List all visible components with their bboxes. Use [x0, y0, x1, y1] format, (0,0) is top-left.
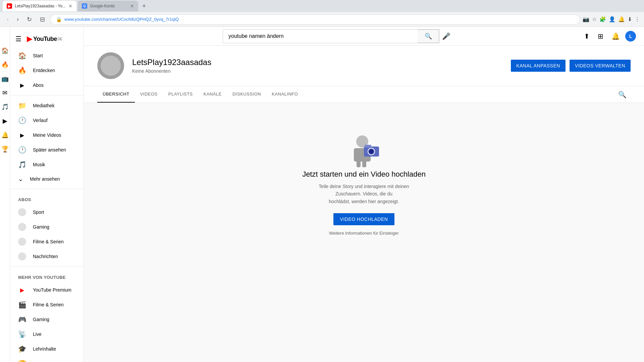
sidebar-item-start[interactable]: 🏠 Start — [10, 48, 84, 63]
chevron-down-icon: ⌄ — [18, 175, 23, 183]
tab-google-close[interactable]: ✕ — [130, 3, 134, 9]
sidebar-item-musik[interactable]: 🎵 Musik — [10, 157, 84, 172]
mini-music-icon[interactable]: 🎵 — [1, 103, 9, 111]
sidebar-item-mediathek[interactable]: 📁 Mediathek — [10, 98, 84, 113]
einsteiger-link[interactable]: Weitere Informationen für Einsteiger — [329, 231, 399, 236]
sidebar-item-entdecken[interactable]: 🔥 Entdecken — [10, 63, 84, 78]
header-right: ⬆ ⊞ 🔔 L — [581, 29, 636, 43]
tab-diskussion[interactable]: DISKUSSION — [227, 86, 266, 103]
sidebar: ☰ ▶ YouTube DE 🏠 Start 🔥 Entdecken ▶ Abo… — [10, 27, 84, 362]
download-icon[interactable]: ⬇ — [628, 16, 632, 22]
mini-message-icon[interactable]: ✉ — [2, 89, 7, 97]
cast-icon[interactable]: 📷 — [583, 16, 589, 22]
mini-subscriptions-icon[interactable]: 📺 — [1, 75, 9, 82]
tab-google-title: Google-Konto — [90, 4, 127, 8]
sidebar-item-filme-abo[interactable]: Filme & Serien — [10, 234, 84, 249]
tab-playlists[interactable]: PLAYLISTS — [163, 86, 198, 103]
sidebar-divider-2 — [10, 189, 84, 189]
channel-tabs: ÜBERSICHT VIDEOS PLAYLISTS KANÄLE DISKUS… — [84, 86, 644, 103]
video-hochladen-button[interactable]: VIDEO HOCHLADEN — [333, 213, 395, 225]
sidebar-item-nachrichten-abo[interactable]: Nachrichten — [10, 249, 84, 264]
watch-later-icon: 🕐 — [18, 146, 26, 154]
search-input[interactable] — [223, 29, 418, 43]
nav-icons: 📷 ☆ 🧩 👤 🔔 ⬇ ⋮ — [583, 16, 640, 22]
sidebar-item-filme-mehr[interactable]: 🎬 Filme & Serien — [10, 297, 84, 312]
videos-verwalten-button[interactable]: VIDEOS VERWALTEN — [570, 60, 631, 72]
upload-button[interactable]: ⬆ — [581, 29, 592, 43]
tab-letsplay[interactable]: ▶ LetsPlay1923aasadas - Yo... ✕ — [3, 1, 76, 11]
user-avatar-button[interactable]: L — [625, 31, 636, 42]
extensions-icon[interactable]: 🧩 — [599, 16, 606, 22]
main-content: 🔍 🎤 ⬆ ⊞ 🔔 L LetsPlay1923aasadas Keine Ab… — [84, 27, 644, 362]
sidebar-item-lehrinhalte[interactable]: 🎓 Lehrinhalte — [10, 342, 84, 356]
mini-video-icon[interactable]: ▶ — [3, 117, 7, 125]
nachrichten-avatar — [18, 252, 26, 260]
tab-ubersicht[interactable]: ÜBERSICHT — [97, 86, 135, 103]
mini-explore-icon[interactable]: 🔥 — [1, 61, 9, 68]
tab-google[interactable]: G Google-Konto ✕ — [78, 1, 138, 11]
profile-icon[interactable]: 👤 — [609, 16, 615, 22]
sidebar-item-meine-videos[interactable]: ▶ Meine Videos — [10, 128, 84, 142]
back-button[interactable]: ‹ — [4, 14, 11, 24]
svg-rect-7 — [362, 161, 366, 167]
search-button[interactable]: 🔍 — [418, 29, 439, 43]
mini-bell-icon[interactable]: 🔔 — [1, 131, 9, 139]
sidebar-label-musik: Musik — [33, 162, 45, 167]
show-more-button[interactable]: ⌄ Mehr ansehen — [10, 172, 84, 186]
sidebar-item-live[interactable]: 📡 Live — [10, 327, 84, 342]
reload-button[interactable]: ↻ — [24, 14, 35, 24]
forward-button[interactable]: › — [14, 14, 21, 24]
tab-kanale[interactable]: KANÄLE — [198, 86, 227, 103]
svg-rect-6 — [357, 161, 361, 167]
channel-search-icon[interactable]: 🔍 — [614, 86, 631, 103]
notification-icon[interactable]: 🔔 — [618, 16, 625, 22]
sidebar-divider-1 — [10, 95, 84, 96]
sidebar-item-gaming-abo[interactable]: Gaming — [10, 220, 84, 234]
tab-videos[interactable]: VIDEOS — [135, 86, 163, 103]
sidebar-item-sport-abo[interactable]: Sport — [10, 205, 84, 220]
youtube-logo[interactable]: ▶ YouTube DE — [27, 35, 62, 43]
notifications-button[interactable]: 🔔 — [609, 29, 623, 43]
home-button[interactable]: ⊟ — [37, 14, 48, 24]
sidebar-label-nachrichten-abo: Nachrichten — [33, 254, 58, 259]
sidebar-item-abos[interactable]: ▶ Abos — [10, 78, 84, 93]
sidebar-item-spaeter[interactable]: 🕐 Später ansehen — [10, 142, 84, 157]
empty-state-title: Jetzt starten und ein Video hochladen — [302, 170, 426, 179]
abos-section-title: ABOS — [10, 192, 84, 205]
learning-icon: 🎓 — [18, 345, 26, 353]
new-tab-button[interactable]: + — [140, 1, 149, 11]
mini-home-icon[interactable]: 🏠 — [1, 47, 9, 54]
sidebar-label-verlauf: Verlauf — [33, 118, 48, 123]
sidebar-item-yt-premium[interactable]: ▶ YouTube Premium — [10, 283, 84, 297]
sidebar-divider-3 — [10, 266, 84, 267]
sidebar-item-gaming-mehr[interactable]: 🎮 Gaming — [10, 312, 84, 327]
tab-letsplay-close[interactable]: ✕ — [68, 3, 72, 9]
sidebar-label-gaming-mehr: Gaming — [33, 317, 49, 322]
hamburger-icon[interactable]: ☰ — [15, 35, 21, 43]
sidebar-label-entdecken: Entdecken — [33, 68, 55, 73]
sidebar-item-verlauf[interactable]: 🕐 Verlauf — [10, 113, 84, 128]
voice-search-button[interactable]: 🎤 — [442, 32, 450, 40]
sidebar-label-start: Start — [33, 53, 43, 58]
filme-avatar — [18, 238, 26, 246]
sidebar-header: ☰ ▶ YouTube DE — [10, 29, 84, 48]
youtube-logo-text: YouTube — [33, 36, 57, 43]
bookmark-star-icon[interactable]: ☆ — [592, 16, 597, 22]
address-bar[interactable]: 🔒 www.youtube.com/channel/UCocN6zQPHQZ_0… — [50, 14, 580, 24]
kanal-anpassen-button[interactable]: KANAL ANPASSEN — [511, 60, 566, 72]
home-icon: 🏠 — [18, 52, 26, 60]
youtube-logo-de: DE — [58, 37, 62, 41]
apps-button[interactable]: ⊞ — [595, 29, 606, 43]
explore-icon: 🔥 — [18, 66, 26, 74]
svg-point-5 — [369, 149, 373, 154]
lock-icon: 🔒 — [56, 17, 62, 22]
sidebar-item-sport-mehr[interactable]: 🏆 Sport — [10, 356, 84, 362]
mehr-section-title: MEHR VON YOUTUBE — [10, 269, 84, 283]
menu-icon[interactable]: ⋮ — [635, 16, 640, 22]
empty-state-illustration — [344, 130, 384, 170]
tab-kanalinfo[interactable]: KANALINFO — [266, 86, 303, 103]
mini-trophy-icon[interactable]: 🏆 — [1, 145, 9, 153]
show-more-label: Mehr ansehen — [30, 176, 60, 182]
youtube-logo-icon: ▶ — [27, 35, 33, 43]
svg-rect-3 — [365, 145, 371, 147]
